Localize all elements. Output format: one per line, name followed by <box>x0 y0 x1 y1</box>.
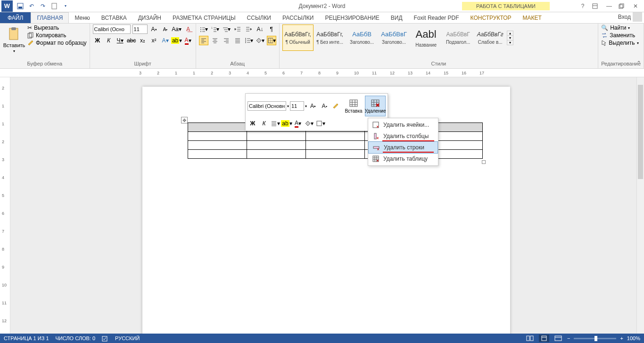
bullets-icon[interactable]: ▾ <box>199 24 208 34</box>
save-icon[interactable] <box>17 2 24 10</box>
undo-icon[interactable]: ↶ <box>28 2 35 10</box>
redo-icon[interactable]: ↷ <box>39 2 47 10</box>
shrink-font-icon[interactable]: A▾ <box>161 24 170 34</box>
mini-shading-icon[interactable]: ▾ <box>304 118 314 129</box>
multilevel-icon[interactable]: ▾ <box>222 24 231 34</box>
tab-foxit[interactable]: Foxit Reader PDF <box>408 12 465 23</box>
mini-insert-button[interactable]: Вставка <box>343 96 364 116</box>
tab-file[interactable]: ФАЙЛ <box>0 12 31 23</box>
table-move-handle-icon[interactable]: ✥ <box>181 117 188 123</box>
style-normal[interactable]: АаБбВвГг,¶ Обычный <box>282 24 314 51</box>
underline-button[interactable]: Ч▾ <box>116 36 125 45</box>
mini-borders-icon[interactable]: ▾ <box>315 118 326 129</box>
mini-font-color-icon[interactable]: A▾ <box>293 118 303 129</box>
minimize-icon[interactable]: — <box>605 3 613 9</box>
mini-format-painter-icon[interactable] <box>330 101 341 111</box>
delete-cells-item[interactable]: Удалить ячейки... <box>368 119 438 131</box>
mini-highlight-icon[interactable]: ab▾ <box>281 118 292 129</box>
delete-columns-item[interactable]: Удалить столбцы <box>368 131 438 142</box>
select-button[interactable]: Выделить▾ <box>601 40 638 46</box>
zoom-in-button[interactable]: + <box>620 335 623 341</box>
paste-button[interactable]: Вставить ▾ <box>3 24 25 55</box>
ruler-vertical[interactable]: 2112345678910111213 <box>0 77 10 334</box>
status-language[interactable]: РУССКИЙ <box>115 335 140 341</box>
tab-table-layout[interactable]: МАКЕТ <box>517 12 547 23</box>
tab-mailings[interactable]: РАССЫЛКИ <box>277 12 319 23</box>
mini-italic-button[interactable]: К <box>259 118 269 129</box>
grow-font-icon[interactable]: A▴ <box>149 24 159 34</box>
status-proof-icon[interactable] <box>102 335 108 342</box>
replace-button[interactable]: Заменить <box>601 32 638 39</box>
styles-gallery-scroll[interactable]: ▴▾▾ <box>507 31 513 45</box>
ruler-horizontal[interactable]: 3211234567891011121314151617 <box>0 69 644 77</box>
highlight-icon[interactable]: ab▾ <box>172 36 182 45</box>
bold-button[interactable]: Ж <box>93 36 102 45</box>
tab-review[interactable]: РЕЦЕНЗИРОВАНИЕ <box>319 12 385 23</box>
status-page[interactable]: СТРАНИЦА 1 ИЗ 1 <box>4 335 49 341</box>
help-icon[interactable]: ? <box>579 3 586 9</box>
tab-menu[interactable]: Меню <box>69 12 95 23</box>
new-doc-icon[interactable] <box>50 2 58 10</box>
tab-home[interactable]: ГЛАВНАЯ <box>31 12 69 23</box>
view-read-icon[interactable] <box>525 335 535 342</box>
subscript-button[interactable]: x₂ <box>138 36 148 45</box>
mini-align-icon[interactable]: ▾ <box>270 118 281 129</box>
style-heading2[interactable]: АаБбВвГЗаголово... <box>379 24 410 51</box>
tab-references[interactable]: ССЫЛКИ <box>241 12 277 23</box>
tab-design[interactable]: ДИЗАЙН <box>132 12 167 23</box>
ribbon-options-icon[interactable] <box>592 3 600 9</box>
indent-left-icon[interactable] <box>233 24 242 34</box>
tab-page-layout[interactable]: РАЗМЕТКА СТРАНИЦЫ <box>167 12 241 23</box>
numbering-icon[interactable]: 1▾ <box>210 24 220 34</box>
mini-delete-button[interactable]: Удаление <box>365 96 386 116</box>
font-color-icon[interactable]: A▾ <box>183 36 193 45</box>
find-button[interactable]: 🔍Найти▾ <box>601 24 638 31</box>
mini-shrink-font-icon[interactable]: A▾ <box>319 101 330 111</box>
mini-font-name[interactable] <box>248 101 286 111</box>
indent-right-icon[interactable] <box>244 24 254 34</box>
status-words[interactable]: ЧИСЛО СЛОВ: 0 <box>56 335 96 341</box>
font-name-input[interactable] <box>93 24 131 34</box>
format-painter-button[interactable]: Формат по образцу <box>27 40 87 46</box>
align-center-button[interactable] <box>210 36 220 45</box>
zoom-out-button[interactable]: − <box>567 335 570 341</box>
tab-table-design[interactable]: КОНСТРУКТОР <box>465 12 517 23</box>
superscript-button[interactable]: x² <box>149 36 159 45</box>
table-resize-handle[interactable] <box>482 160 486 164</box>
clear-format-icon[interactable]: A͟ <box>183 24 193 34</box>
mini-grow-font-icon[interactable]: A▴ <box>308 101 318 111</box>
align-left-button[interactable] <box>199 36 208 45</box>
line-spacing-icon[interactable]: ▾ <box>244 36 254 45</box>
vertical-scrollbar[interactable] <box>636 77 644 334</box>
strike-button[interactable]: abc <box>127 36 136 45</box>
cut-button[interactable]: ✂Вырезать <box>27 24 87 31</box>
style-no-spacing[interactable]: АаБбВвГг,¶ Без инте... <box>314 24 346 51</box>
view-web-icon[interactable] <box>553 335 563 342</box>
zoom-level[interactable]: 100% <box>627 335 640 341</box>
mini-bold-button[interactable]: Ж <box>248 118 258 129</box>
tab-insert[interactable]: ВСТАВКА <box>96 12 132 23</box>
style-weak[interactable]: АаБбВвГгСлабое в... <box>475 24 506 51</box>
close-icon[interactable]: ✕ <box>632 3 639 9</box>
borders-icon[interactable]: ▾ <box>267 36 276 45</box>
delete-rows-item[interactable]: Удалить строки <box>368 141 438 154</box>
shading-icon[interactable]: ▾ <box>256 36 265 45</box>
qat-dropdown-icon[interactable]: ▾ <box>62 2 69 10</box>
sort-icon[interactable]: A↓ <box>256 24 265 34</box>
text-effects-icon[interactable]: A▾ <box>161 36 170 45</box>
mini-font-size[interactable] <box>290 101 304 111</box>
scrollbar-thumb[interactable] <box>638 85 643 179</box>
align-justify-button[interactable] <box>233 36 242 45</box>
change-case-icon[interactable]: Aa▾ <box>172 24 182 34</box>
show-marks-icon[interactable]: ¶ <box>267 24 276 34</box>
ribbon-collapse-icon[interactable]: ⌃ <box>636 60 641 66</box>
copy-button[interactable]: Копировать <box>27 32 87 39</box>
view-print-icon[interactable] <box>539 335 549 342</box>
italic-button[interactable]: К <box>104 36 114 45</box>
zoom-slider[interactable] <box>574 338 616 339</box>
font-size-input[interactable] <box>132 24 148 34</box>
restore-icon[interactable] <box>619 3 626 9</box>
delete-table-item[interactable]: Удалить таблицу <box>368 153 438 164</box>
style-heading1[interactable]: АаБбВЗаголово... <box>347 24 378 51</box>
signin[interactable]: Вход <box>618 12 642 22</box>
